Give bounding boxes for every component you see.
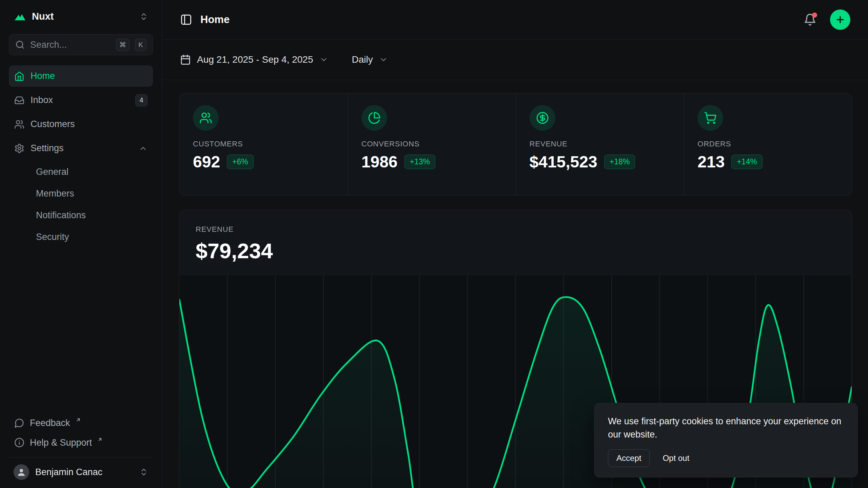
stat-delta-badge: +13% <box>405 155 435 169</box>
stat-delta-badge: +14% <box>731 155 762 169</box>
search-input[interactable]: Search... ⌘ K <box>9 34 153 55</box>
stat-customers[interactable]: CUSTOMERS 692 +6% <box>179 94 348 195</box>
calendar-icon <box>180 54 191 65</box>
chevron-down-icon <box>319 55 328 64</box>
notification-dot <box>812 13 817 18</box>
revenue-chart-label: REVENUE <box>196 225 835 234</box>
cookie-accept-button[interactable]: Accept <box>608 449 650 467</box>
users-icon <box>193 105 219 131</box>
footer-item-label: Feedback <box>30 418 70 428</box>
workspace-name: Nuxt <box>32 11 134 22</box>
cart-icon <box>697 105 723 131</box>
stat-label: CUSTOMERS <box>193 140 334 148</box>
info-icon <box>14 438 24 448</box>
sidebar-item-label: Home <box>31 71 147 81</box>
add-button[interactable] <box>830 9 850 30</box>
sidebar-item-label: Inbox <box>31 95 129 105</box>
stat-conversions[interactable]: CONVERSIONS 1986 +13% <box>348 94 516 195</box>
stat-delta-badge: +6% <box>227 155 254 169</box>
chevrons-up-down-icon <box>139 12 148 21</box>
stats-card: CUSTOMERS 692 +6% CONVERSIONS 1986 +13% <box>179 93 852 196</box>
chat-icon <box>14 418 24 428</box>
external-link-icon <box>76 417 81 423</box>
sidebar-item-help-support[interactable]: Help & Support <box>9 433 153 452</box>
page-title: Home <box>200 14 230 26</box>
sub-item-label: Security <box>36 232 69 242</box>
sidebar-item-general[interactable]: General <box>9 162 153 182</box>
avatar <box>14 464 29 480</box>
dollar-icon <box>530 105 555 131</box>
stat-value: 692 <box>193 152 220 171</box>
sidebar-item-inbox[interactable]: Inbox 4 <box>9 89 153 111</box>
notifications-button[interactable] <box>804 13 816 26</box>
sidebar-item-members[interactable]: Members <box>9 183 153 204</box>
stat-value: $415,523 <box>530 152 597 171</box>
cookie-banner: We use first-party cookies to enhance yo… <box>594 403 858 477</box>
stat-orders[interactable]: ORDERS 213 +14% <box>684 94 852 195</box>
sidebar-item-feedback[interactable]: Feedback <box>9 413 153 433</box>
stat-label: ORDERS <box>697 140 838 148</box>
sidebar: Nuxt Search... ⌘ K Home Inbox 4 <box>0 0 162 488</box>
stat-value: 213 <box>697 152 725 171</box>
stat-label: REVENUE <box>530 140 670 148</box>
stat-revenue[interactable]: REVENUE $415,523 +18% <box>516 94 684 195</box>
sidebar-item-label: Customers <box>31 119 147 129</box>
sidebar-nav: Home Inbox 4 Customers Settings Ge <box>9 65 153 247</box>
sub-item-label: Notifications <box>36 210 86 221</box>
chevron-down-icon <box>379 55 388 64</box>
granularity-select[interactable]: Daily <box>352 54 388 65</box>
search-placeholder: Search... <box>30 40 111 50</box>
chevrons-up-down-icon <box>139 468 148 476</box>
stat-value: 1986 <box>361 152 398 171</box>
footer-item-label: Help & Support <box>30 438 92 448</box>
settings-sub-nav: General Members Notifications Security <box>9 162 153 247</box>
stat-delta-badge: +18% <box>604 155 635 169</box>
cookie-message: We use first-party cookies to enhance yo… <box>608 415 844 441</box>
sidebar-item-label: Settings <box>31 143 133 154</box>
page-header: Home <box>162 0 868 40</box>
user-menu[interactable]: Benjamin Canac <box>9 457 153 482</box>
inbox-count-badge: 4 <box>135 94 147 106</box>
nuxt-logo-icon <box>14 12 26 21</box>
cookie-opt-out-button[interactable]: Opt out <box>654 450 697 467</box>
date-range-label: Aug 21, 2025 - Sep 4, 2025 <box>197 54 313 65</box>
revenue-chart-total: $79,234 <box>196 239 835 263</box>
filters-toolbar: Aug 21, 2025 - Sep 4, 2025 Daily <box>162 40 868 80</box>
sidebar-item-security[interactable]: Security <box>9 227 153 247</box>
stat-label: CONVERSIONS <box>361 140 502 148</box>
gear-icon <box>14 143 24 154</box>
chevron-up-icon <box>139 144 147 153</box>
date-range-picker[interactable]: Aug 21, 2025 - Sep 4, 2025 <box>180 54 328 65</box>
plus-icon <box>835 15 845 25</box>
kbd-k: K <box>135 39 146 51</box>
sidebar-item-notifications[interactable]: Notifications <box>9 205 153 225</box>
sidebar-item-settings[interactable]: Settings <box>9 138 153 159</box>
kbd-cmd: ⌘ <box>116 39 130 51</box>
granularity-label: Daily <box>352 54 373 65</box>
sub-item-label: Members <box>36 188 74 199</box>
user-name: Benjamin Canac <box>35 467 133 477</box>
panel-left-icon[interactable] <box>180 14 192 26</box>
sidebar-item-customers[interactable]: Customers <box>9 114 153 135</box>
users-icon <box>14 119 24 129</box>
sidebar-item-home[interactable]: Home <box>9 65 153 87</box>
inbox-icon <box>14 95 24 105</box>
search-icon <box>15 40 25 49</box>
home-icon <box>14 71 24 81</box>
workspace-switcher[interactable]: Nuxt <box>9 7 153 25</box>
sub-item-label: General <box>36 167 68 177</box>
external-link-icon <box>97 437 103 442</box>
pie-icon <box>361 105 387 131</box>
